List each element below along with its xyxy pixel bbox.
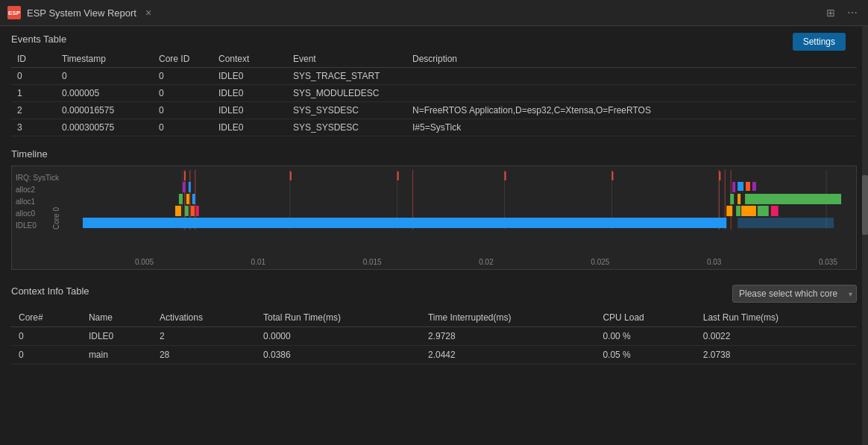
svg-rect-19 (196, 206, 199, 216)
timeline-title: Timeline (11, 148, 857, 160)
window-title: ESP System View Report (27, 7, 136, 19)
svg-rect-26 (738, 194, 740, 204)
table-row: 3 0.000300575 0 IDLE0 SYS_SYSDESC I#5=Sy… (11, 119, 857, 136)
axis-002: 0.02 (479, 258, 493, 266)
cell-coreid: 0 (153, 68, 213, 85)
cell-event: SYS_SYSDESC (287, 102, 406, 119)
ctx-cell-core: 0 (11, 346, 81, 364)
cell-context: IDLE0 (213, 102, 287, 119)
cell-timestamp: 0.000300575 (56, 119, 153, 136)
svg-rect-24 (192, 194, 195, 204)
title-bar-right: ⊞ ⋯ (823, 4, 861, 22)
ctx-col-timeinterrupted: Time Interrupted(ms) (421, 309, 595, 327)
col-description: Description (406, 51, 857, 68)
axis-0025: 0.025 (591, 258, 609, 266)
svg-rect-18 (191, 206, 195, 216)
esp-logo: ESP (7, 6, 21, 19)
axis-003: 0.03 (707, 258, 721, 266)
right-scrollbar[interactable] (862, 26, 868, 445)
svg-rect-29 (732, 182, 735, 192)
cell-id: 1 (11, 85, 56, 102)
ctx-col-core: Core# (11, 309, 81, 327)
ctx-cell-name: IDLE0 (81, 327, 152, 346)
svg-rect-41 (746, 182, 750, 191)
cell-id: 3 (11, 119, 56, 136)
ctx-col-cpuload: CPU Load (595, 309, 695, 327)
timeline-chart: IRQ: SysTick alloc2 alloc1 alloc0 IDLE0 … (11, 165, 857, 270)
svg-rect-21 (736, 206, 740, 216)
events-table-body: 0 0 0 IDLE0 SYS_TRACE_START 1 0.000005 0… (11, 68, 857, 136)
svg-rect-30 (184, 171, 186, 180)
col-coreid: Core ID (153, 51, 213, 68)
table-row: 0 IDLE0 2 0.0000 2.9728 0.00 % 0.0022 (11, 327, 857, 346)
context-table-body: 0 IDLE0 2 0.0000 2.9728 0.00 % 0.0022 0 … (11, 327, 857, 364)
context-table: Core# Name Activations Total Run Time(ms… (11, 309, 857, 364)
close-tab-button[interactable]: × (142, 5, 154, 20)
svg-rect-15 (738, 218, 834, 228)
ctx-cell-name: main (81, 346, 152, 364)
cell-id: 2 (11, 102, 56, 119)
col-context: Context (213, 51, 287, 68)
split-view-icon[interactable]: ⊞ (823, 4, 838, 22)
svg-rect-37 (741, 206, 756, 216)
core-select[interactable]: Please select which core Core 0 Core 1 (732, 285, 857, 303)
svg-rect-22 (179, 194, 183, 204)
axis-0035: 0.035 (819, 258, 837, 266)
svg-rect-17 (185, 206, 189, 216)
context-header: Context Info Table Please select which c… (11, 285, 857, 303)
svg-rect-27 (183, 182, 186, 192)
context-table-header: Core# Name Activations Total Run Time(ms… (11, 309, 857, 327)
svg-rect-32 (397, 171, 399, 180)
cell-timestamp: 0.000016575 (56, 102, 153, 119)
more-options-icon[interactable]: ⋯ (844, 4, 861, 22)
cell-timestamp: 0.000005 (56, 85, 153, 102)
ctx-col-activations: Activations (152, 309, 256, 327)
context-table-wrapper: Core# Name Activations Total Run Time(ms… (11, 309, 857, 364)
svg-rect-35 (719, 171, 720, 180)
cell-event: SYS_MODULEDESC (287, 85, 406, 102)
events-table-header: ID Timestamp Core ID Context Event Descr… (11, 51, 857, 68)
svg-rect-33 (505, 171, 506, 180)
timeline-svg (75, 170, 845, 241)
table-row: 2 0.000016575 0 IDLE0 SYS_SYSDESC N=Free… (11, 102, 857, 119)
col-id: ID (11, 51, 56, 68)
timeline-axis: 0.005 0.01 0.015 0.02 0.025 0.03 0.035 (135, 258, 837, 266)
svg-rect-38 (758, 206, 769, 216)
col-timestamp: Timestamp (56, 51, 153, 68)
svg-rect-39 (771, 206, 779, 216)
ctx-cell-timeinterrupted: 2.9728 (421, 327, 595, 346)
cell-description: I#5=SysTick (406, 119, 857, 136)
ctx-cell-lastrun: 0.0022 (696, 327, 857, 346)
events-table: ID Timestamp Core ID Context Event Descr… (11, 51, 857, 136)
cell-id: 0 (11, 68, 56, 85)
cell-event: SYS_SYSDESC (287, 119, 406, 136)
core-select-wrapper[interactable]: Please select which core Core 0 Core 1 (732, 285, 857, 303)
ctx-col-totalrun: Total Run Time(ms) (256, 309, 421, 327)
scrollbar-thumb (862, 175, 868, 235)
ctx-cell-totalrun: 0.0386 (256, 346, 421, 364)
cell-description (406, 68, 857, 85)
title-bar-left: ESP ESP System View Report × (7, 5, 154, 20)
ctx-cell-timeinterrupted: 2.0442 (421, 346, 595, 364)
label-irq-systick: IRQ: SysTick (16, 172, 59, 184)
svg-rect-36 (745, 194, 841, 204)
events-table-container: ID Timestamp Core ID Context Event Descr… (11, 51, 857, 136)
cell-coreid: 0 (153, 85, 213, 102)
svg-rect-20 (726, 206, 732, 216)
svg-rect-23 (186, 194, 189, 204)
axis-0005: 0.005 (135, 258, 154, 266)
ctx-col-name: Name (81, 309, 152, 327)
cell-context: IDLE0 (213, 85, 287, 102)
svg-rect-28 (189, 182, 191, 192)
context-section: Context Info Table Please select which c… (11, 285, 857, 364)
ctx-cell-lastrun: 2.0738 (696, 346, 857, 364)
svg-rect-14 (83, 218, 726, 228)
ctx-cell-core: 0 (11, 327, 81, 346)
context-table-title: Context Info Table (11, 285, 89, 297)
cell-coreid: 0 (153, 119, 213, 136)
ctx-cell-totalrun: 0.0000 (256, 327, 421, 346)
events-section: Events Table ID Timestamp Core ID Contex… (11, 34, 857, 136)
title-bar: ESP ESP System View Report × ⊞ ⋯ (0, 0, 868, 26)
col-event: Event (287, 51, 406, 68)
svg-rect-42 (752, 182, 756, 191)
